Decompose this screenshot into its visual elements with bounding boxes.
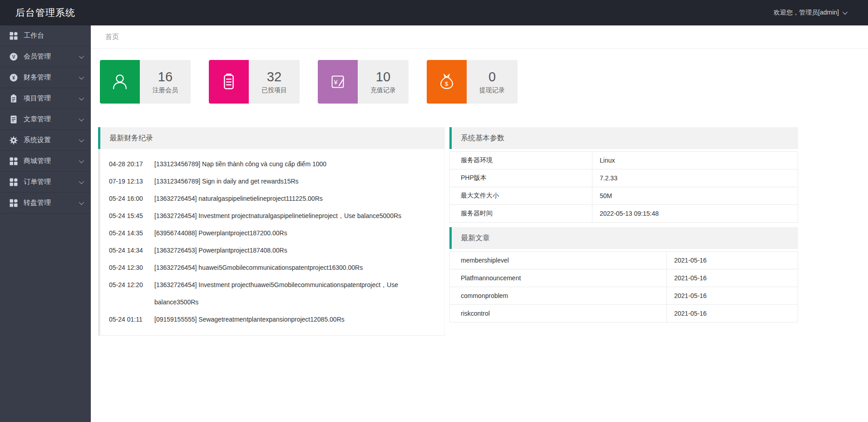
- finance-icon: ¥: [9, 73, 18, 82]
- grid-icon: [9, 157, 18, 166]
- record-text: [63956744088] Powerplantproject187200.00…: [154, 224, 432, 242]
- sidebar-item-label: 工作台: [24, 31, 44, 40]
- record-time: 05-24 16:00: [109, 190, 154, 207]
- chevron-down-icon: [79, 137, 84, 142]
- finance-record: 05-24 12:30[13632726454] huawei5Gmobilec…: [109, 259, 432, 276]
- sidebar-item-mall[interactable]: 商城管理: [0, 151, 91, 172]
- table-row: 最大文件大小 50M: [450, 187, 798, 205]
- finance-record: 05-24 16:00[13632726454] naturalgaspipel…: [109, 190, 432, 207]
- chevron-down-icon: [843, 10, 848, 15]
- stat-label: 已投项目: [261, 86, 287, 94]
- sidebar-item-articles[interactable]: 文章管理: [0, 109, 91, 130]
- breadcrumb: 首页: [91, 25, 868, 49]
- main-content: 首页 16 注册会员: [91, 25, 868, 422]
- param-label: PHP版本: [450, 169, 592, 187]
- topbar: 后台管理系统 欢迎您，管理员[admin]: [0, 0, 868, 25]
- sidebar: 工作台 V 会员管理 ¥ 财务管理 项目管理 文章管理: [0, 25, 91, 422]
- finance-record: 05-24 01:11[09159155555] Sewagetreatment…: [109, 311, 432, 328]
- stat-card-registered-members[interactable]: 16 注册会员: [100, 60, 191, 104]
- sidebar-item-workbench[interactable]: 工作台: [0, 25, 91, 46]
- stat-value: 16: [158, 70, 173, 84]
- project-icon: [9, 94, 18, 103]
- sidebar-item-settings[interactable]: 系统设置: [0, 130, 91, 151]
- table-row: membershiplevel 2021-05-16: [450, 252, 798, 269]
- table-row: 服务器时间 2022-05-13 09:15:48: [450, 205, 798, 223]
- sidebar-item-label: 系统设置: [24, 136, 51, 144]
- article-title: riskcontrol: [450, 305, 667, 323]
- record-text: [09159155555] Sewagetreatmentplantexpans…: [154, 311, 432, 328]
- svg-text:$: $: [445, 80, 449, 87]
- finance-record: 07-19 12:13[133123456789] Sign in daily …: [109, 173, 432, 190]
- sidebar-item-projects[interactable]: 项目管理: [0, 88, 91, 109]
- record-text: [13632726454] naturalgaspipelinetielinep…: [154, 190, 432, 207]
- article-icon: [9, 115, 18, 124]
- finance-record: 05-24 14:34[13632726453] Powerplantproje…: [109, 242, 432, 259]
- table-row: commonproblem 2021-05-16: [450, 287, 798, 305]
- record-text: [13632726454] Investment projectnaturalg…: [154, 207, 432, 224]
- stat-cards: 16 注册会员 32 已投项目: [100, 60, 868, 104]
- sidebar-item-orders[interactable]: 订单管理: [0, 172, 91, 193]
- chevron-down-icon: [79, 74, 84, 79]
- sidebar-item-label: 会员管理: [24, 52, 51, 61]
- gear-icon: [9, 136, 18, 145]
- grid-icon: [9, 178, 18, 187]
- finance-record: 05-24 15:45[13632726454] Investment proj…: [109, 207, 432, 224]
- panel-title: 最新财务纪录: [98, 127, 445, 149]
- record-time: 05-24 12:30: [109, 259, 154, 276]
- param-value: 2022-05-13 09:15:48: [592, 205, 798, 223]
- grid-icon: [9, 199, 18, 208]
- record-time: 04-28 20:17: [109, 155, 154, 173]
- finance-records-list: 04-28 20:17[133123456789] Nạp tiền thành…: [98, 149, 445, 336]
- table-row: PHP版本 7.2.33: [450, 169, 798, 187]
- welcome-text: 欢迎您，管理员[admin]: [774, 9, 839, 17]
- article-date: 2021-05-16: [667, 252, 798, 269]
- finance-records-panel: 最新财务纪录 04-28 20:17[133123456789] Nạp tiề…: [98, 127, 445, 336]
- record-time: 05-24 14:35: [109, 224, 154, 242]
- svg-text:¥: ¥: [333, 79, 337, 86]
- article-title: membershiplevel: [450, 252, 667, 269]
- member-icon: V: [9, 52, 18, 61]
- stat-label: 提现记录: [479, 86, 505, 94]
- user-dropdown[interactable]: 欢迎您，管理员[admin]: [774, 9, 868, 17]
- user-icon: [100, 60, 140, 104]
- grid-icon: [9, 31, 18, 40]
- record-time: 05-24 15:45: [109, 207, 154, 224]
- chevron-down-icon: [79, 179, 84, 184]
- param-label: 服务器时间: [450, 205, 592, 223]
- stat-value: 10: [376, 70, 390, 84]
- sidebar-item-label: 文章管理: [24, 115, 51, 124]
- svg-text:¥: ¥: [12, 75, 15, 80]
- breadcrumb-home-link[interactable]: 首页: [105, 33, 119, 40]
- stat-card-recharge-records[interactable]: ¥ 10 充值记录: [318, 60, 409, 104]
- param-value: 7.2.33: [592, 169, 798, 187]
- record-text: [13632726453] Powerplantproject187408.00…: [154, 242, 432, 259]
- record-text: [133123456789] Sign in daily and get rew…: [154, 173, 432, 190]
- article-title: commonproblem: [450, 287, 667, 305]
- chevron-down-icon: [79, 158, 84, 163]
- sidebar-item-label: 项目管理: [24, 94, 51, 103]
- panel-title: 最新文章: [449, 227, 798, 249]
- stat-card-invested-projects[interactable]: 32 已投项目: [209, 60, 300, 104]
- sidebar-item-members[interactable]: V 会员管理: [0, 46, 91, 67]
- finance-record: 04-28 20:17[133123456789] Nạp tiền thành…: [109, 155, 432, 173]
- article-date: 2021-05-16: [667, 269, 798, 287]
- sidebar-item-finance[interactable]: ¥ 财务管理: [0, 67, 91, 88]
- record-time: 05-24 01:11: [109, 311, 154, 328]
- latest-articles-panel: 最新文章 membershiplevel 2021-05-16 Platfman…: [449, 227, 798, 323]
- article-title: Platfmannouncement: [450, 269, 667, 287]
- stat-card-withdrawal-records[interactable]: $ 0 提现记录: [427, 60, 518, 104]
- sidebar-item-wheel[interactable]: 转盘管理: [0, 193, 91, 213]
- stat-label: 充值记录: [370, 86, 396, 94]
- svg-text:V: V: [12, 54, 15, 59]
- panel-title: 系统基本参数: [449, 127, 798, 149]
- recharge-icon: ¥: [318, 60, 358, 104]
- article-date: 2021-05-16: [667, 287, 798, 305]
- sidebar-item-label: 商城管理: [24, 157, 51, 165]
- app-title: 后台管理系统: [0, 6, 75, 19]
- stat-value: 32: [267, 70, 281, 84]
- stat-value: 0: [488, 70, 496, 84]
- chevron-down-icon: [79, 116, 84, 121]
- record-time: 05-24 12:20: [109, 276, 154, 311]
- record-time: 07-19 12:13: [109, 173, 154, 190]
- article-date: 2021-05-16: [667, 305, 798, 323]
